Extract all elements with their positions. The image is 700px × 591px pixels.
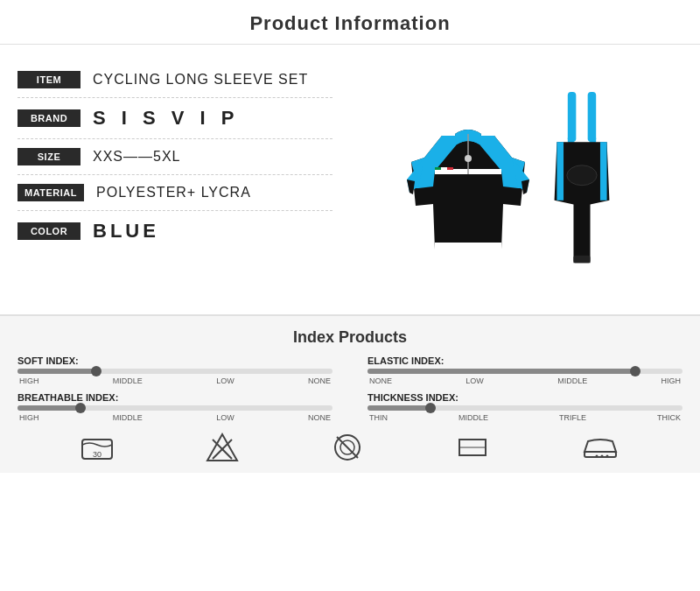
svg-rect-8 <box>568 92 577 142</box>
svg-point-26 <box>600 455 603 458</box>
attr-row-1: BRANDS I S V I P <box>18 98 332 139</box>
attr-value-2: XXS——5XL <box>93 149 180 165</box>
slider-track-2[interactable] <box>18 405 332 411</box>
svg-rect-2 <box>441 167 447 170</box>
index-row-0: SOFT INDEX:HIGHMIDDLELOWNONE <box>18 355 332 385</box>
index-name-0: SOFT INDEX: <box>18 355 79 366</box>
svg-point-12 <box>567 165 597 186</box>
jersey-image <box>402 101 534 258</box>
index-row-1: ELASTIC INDEX:NONELOWMIDDLEHIGH <box>368 355 682 385</box>
attr-row-0: ITEMCYCLING LONG SLEEVE SET <box>18 62 332 98</box>
slider-track-1[interactable] <box>368 369 682 374</box>
index-name-2: BREATHABLE INDEX: <box>18 392 118 403</box>
no-bleach-icon <box>206 433 239 462</box>
page-header: Product Information <box>0 0 700 45</box>
index-header: Index Products <box>18 323 682 355</box>
wash-icon: 30 <box>80 433 114 462</box>
attr-value-1: S I S V I P <box>93 107 239 130</box>
slider-track-3[interactable] <box>368 405 682 411</box>
svg-point-7 <box>465 155 472 162</box>
iron-low-icon <box>581 433 620 462</box>
attr-label-2: SIZE <box>18 148 80 165</box>
svg-rect-9 <box>588 92 597 142</box>
index-name-3: THICKNESS INDEX: <box>368 392 458 403</box>
attr-row-3: MATERIALPOLYESTER+ LYCRA <box>18 175 332 211</box>
attr-label-3: MATERIAL <box>18 184 84 201</box>
attr-label-0: ITEM <box>18 71 80 88</box>
attr-row-4: COLORBLUE <box>18 211 332 251</box>
svg-rect-3 <box>447 167 453 170</box>
attr-value-4: BLUE <box>93 220 159 243</box>
index-row-2: BREATHABLE INDEX:HIGHMIDDLELOWNONE <box>18 392 332 422</box>
svg-rect-4 <box>435 174 501 250</box>
svg-rect-13 <box>573 256 590 264</box>
slider-track-0[interactable] <box>18 369 332 374</box>
svg-point-27 <box>606 455 608 458</box>
attr-value-0: CYCLING LONG SLEEVE SET <box>93 72 308 88</box>
page-title: Product Information <box>0 12 700 35</box>
product-images <box>341 53 682 306</box>
info-section: ITEMCYCLING LONG SLEEVE SETBRANDS I S V … <box>0 45 700 316</box>
svg-rect-11 <box>600 142 607 201</box>
attr-label-1: BRAND <box>18 109 80 127</box>
attr-label-4: COLOR <box>18 222 80 240</box>
care-icons: 30 <box>18 433 682 462</box>
no-tumble-dry-icon <box>331 433 364 462</box>
svg-rect-1 <box>435 167 441 170</box>
attr-row-2: SIZEXXS——5XL <box>18 139 332 175</box>
svg-rect-10 <box>556 142 564 201</box>
index-title: Index Products <box>18 328 682 347</box>
index-row-3: THICKNESS INDEX:THINMIDDLETRIFLETHICK <box>368 392 682 422</box>
pants-image <box>542 92 621 267</box>
index-grid: SOFT INDEX:HIGHMIDDLELOWNONEELASTIC INDE… <box>18 355 682 422</box>
svg-marker-16 <box>207 434 237 461</box>
index-name-1: ELASTIC INDEX: <box>368 355 444 366</box>
index-section: Index Products SOFT INDEX:HIGHMIDDLELOWN… <box>0 316 700 473</box>
svg-point-25 <box>595 455 598 458</box>
attributes-list: ITEMCYCLING LONG SLEEVE SETBRANDS I S V … <box>18 53 341 306</box>
svg-rect-24 <box>584 452 616 457</box>
dry-flat-icon <box>456 433 489 462</box>
svg-rect-5 <box>435 243 501 250</box>
svg-text:30: 30 <box>93 450 102 459</box>
attr-value-3: POLYESTER+ LYCRA <box>96 185 251 201</box>
